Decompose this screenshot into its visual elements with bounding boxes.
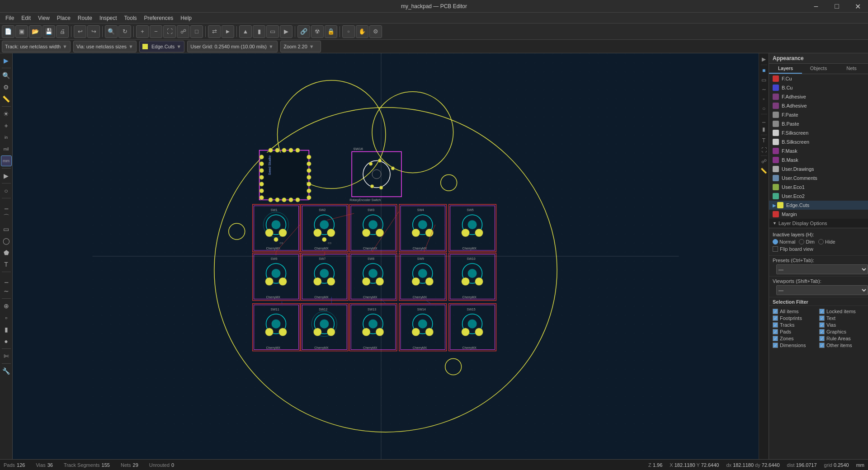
scripting-button[interactable]: ✋ [356,25,368,38]
text-rt[interactable]: T [760,136,768,145]
search-button[interactable]: 🔍 [105,25,118,38]
layer-margin[interactable]: Margin [769,210,868,219]
pad-rt[interactable]: ○ [760,104,768,113]
tab-nets[interactable]: Nets [835,64,868,74]
drc-button[interactable]: ▶ [280,25,292,38]
units-in-tool[interactable]: in [1,132,12,143]
mode-dim[interactable]: Dim [799,239,815,244]
menu-item-preferences[interactable]: Preferences [141,13,177,24]
layer-dropdown[interactable]: Edge.Cuts ▼ [139,41,184,52]
mode-normal[interactable]: Normal [773,239,795,244]
new-button[interactable]: 📄 [2,25,14,38]
zoom-custom-button[interactable]: □ [190,25,203,38]
note-rt[interactable]: ☍ [760,157,768,165]
measure-tool[interactable]: 📏 [1,94,12,104]
select-rt[interactable]: ■ [760,66,768,75]
fill-rt[interactable]: ▮ [760,125,768,133]
zoom-sel-button[interactable]: ☍ [177,25,189,38]
refresh-button[interactable]: ↻ [118,25,131,38]
sf-allitems-cb[interactable]: ✓ [773,309,778,314]
sf-vias-cb[interactable]: ✓ [819,322,825,328]
calculator-button[interactable]: ⚙ [369,25,382,38]
flip-board-checkbox[interactable] [773,246,778,252]
highlight-button[interactable]: ▲ [239,25,252,38]
3d-view-button[interactable]: ▫ [342,25,355,38]
sf-graphics-cb[interactable]: ✓ [819,329,825,334]
sf-text-cb[interactable]: ✓ [819,315,825,321]
route-button[interactable]: ► [222,25,234,38]
measure-rt[interactable]: 📏 [760,167,768,175]
highlight-net-tool[interactable]: ○ [1,185,12,196]
tab-objects[interactable]: Objects [802,64,835,74]
viewports-select[interactable]: — [776,285,868,295]
sf-tracks-cb[interactable]: ✓ [773,322,778,328]
add-pad-tool[interactable]: ⊕ [1,301,12,311]
layer-fcu[interactable]: F.Cu [769,74,868,83]
clearance-button[interactable]: ▭ [266,25,279,38]
image-rt[interactable]: ⛶ [760,146,768,154]
sf-footprints-cb[interactable]: ✓ [773,315,778,321]
sf-zones[interactable]: ✓ Zones [773,336,818,341]
open-button[interactable]: 📂 [29,25,42,38]
redo-button[interactable]: ↪ [87,25,100,38]
ratsnest-rt[interactable]: ∼ [760,85,768,94]
layer-bmask[interactable]: B.Mask [769,155,868,164]
lock-button[interactable]: 🔒 [325,25,337,38]
via-size-dropdown[interactable]: Via: use netclass sizes ▼ [73,41,137,52]
layer-usereco2[interactable]: User.Eco2 [769,192,868,201]
select-tool[interactable]: ▶ [1,55,12,66]
layer-fmask[interactable]: F.Mask [769,146,868,155]
ratsnest-button[interactable]: ▮ [253,25,265,38]
close-button[interactable]: ✕ [847,0,868,13]
copper-rt[interactable]: ▫ [760,95,768,103]
route-track-tool[interactable]: ⎯ [1,274,12,285]
layer-badhesive[interactable]: B.Adhesive [769,101,868,110]
netlist-button[interactable]: 🔗 [297,25,310,38]
menu-item-tools[interactable]: Tools [121,13,141,24]
save-button[interactable]: 💾 [42,25,55,38]
inspect-tool[interactable]: 🔍 [1,70,12,81]
layer-fpaste[interactable]: F.Paste [769,110,868,119]
add-footprint-button[interactable]: ☢ [311,25,324,38]
grid-dropdown[interactable]: User Grid: 0.2540 mm (10.00 mils) ▼ [187,41,278,52]
maximize-button[interactable]: □ [826,0,847,13]
draw-circle-tool[interactable]: ◯ [1,235,12,246]
flip-board-cb[interactable]: Flip board view [773,246,864,252]
draw-arc-tool[interactable]: ⌒ [1,212,12,223]
layer-bpaste[interactable]: B.Paste [769,119,868,128]
sf-footprints[interactable]: ✓ Footprints [773,315,818,321]
sf-ruleareas-cb[interactable]: ✓ [819,336,825,341]
undo-button[interactable]: ↩ [74,25,86,38]
minimize-button[interactable]: – [806,0,826,13]
sf-lockeditems[interactable]: ✓ Locked items [819,309,864,314]
sf-text[interactable]: ✓ Text [819,315,864,321]
menu-item-help[interactable]: Help [177,13,195,24]
origin-tool[interactable]: + [1,120,12,131]
tune-tool[interactable]: ✄ [1,351,12,362]
sf-pads-cb[interactable]: ✓ [773,329,778,334]
sf-dimensions-cb[interactable]: ✓ [773,343,778,348]
rules-tool[interactable]: ⚙ [1,82,12,93]
sf-otheritems-cb[interactable]: ✓ [819,343,825,348]
layer-bcu[interactable]: B.Cu [769,83,868,92]
sf-lockeditems-cb[interactable]: ✓ [819,309,825,314]
mode-hide[interactable]: Hide [818,239,835,244]
sf-allitems[interactable]: ✓ All items [773,309,818,314]
zoom-in-button[interactable]: + [136,25,149,38]
layer-usercomments[interactable]: User.Comments [769,174,868,183]
layer-display-header[interactable]: ▼ Layer Display Options [769,219,868,228]
draw-line-tool[interactable]: ⎯ [1,200,12,211]
units-mm-tool[interactable]: mm [1,155,12,166]
menu-item-route[interactable]: Route [74,13,96,24]
menu-item-view[interactable]: View [34,13,53,24]
text-tool[interactable]: T [1,259,12,270]
sf-vias[interactable]: ✓ Vias [819,322,864,328]
lines-rt[interactable]: ⎯ [760,116,768,124]
presets-select[interactable]: — [776,264,868,274]
pcb-canvas-area[interactable]: Seed Studio [13,53,759,459]
sf-ruleareas[interactable]: ✓ Rule Areas [819,336,864,341]
sf-zones-cb[interactable]: ✓ [773,336,778,341]
fill-zone-tool[interactable]: ▮ [1,324,12,335]
sf-dimensions[interactable]: ✓ Dimensions [773,343,818,348]
track-width-dropdown[interactable]: Track: use netclass width ▼ [2,41,71,52]
